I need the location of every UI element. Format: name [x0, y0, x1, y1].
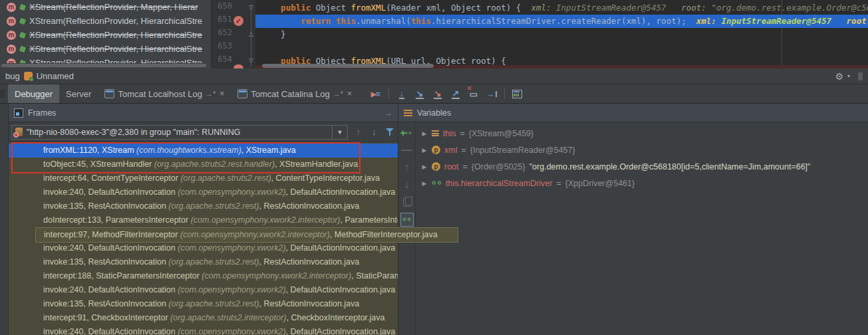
thread-selector[interactable]: "http-nio-8080-exec-3"@2,380 in group "m…	[11, 125, 348, 140]
filter-frames-icon[interactable]	[384, 126, 395, 139]
settings-gear-icon[interactable]: ⚙	[835, 72, 843, 81]
frame-package: (com.opensymphony.xwork2.interceptor)	[202, 271, 351, 280]
run-to-cursor-icon[interactable]: →I	[484, 86, 500, 101]
variable-row[interactable]: ▶this.hierarchicalStreamDriver={XppDrive…	[416, 175, 868, 191]
move-up-icon[interactable]: ↑	[400, 162, 414, 173]
constructor-list-item[interactable]: mXStream(ReflectionProvider, Mapper, Hie…	[0, 0, 211, 14]
visibility-icon	[19, 3, 26, 10]
value-icon	[432, 130, 439, 136]
close-icon[interactable]: ×	[347, 89, 352, 98]
frame-method: invoke:240, DefaultActionInvocation	[43, 243, 178, 253]
variables-title: Variables	[417, 108, 451, 118]
frame-package: (org.apache.struts2.rest)	[180, 173, 271, 183]
equals-sign: =	[461, 146, 466, 155]
tab-tomcat-localhost-log[interactable]: Tomcat Localhost Log→*×	[98, 84, 231, 103]
tab-suffix: →*	[206, 90, 216, 98]
previous-frame-icon[interactable]: ↑	[353, 126, 364, 139]
step-over-icon[interactable]: ↓	[394, 86, 410, 101]
frame-file: , DefaultActionInvocation.java	[286, 243, 396, 253]
drop-frame-icon[interactable]: ▭✕	[466, 86, 482, 101]
constructor-chooser-popup: mXStream(ReflectionProvider, Mapper, Hie…	[0, 0, 212, 63]
hide-window-icon-partial[interactable]	[858, 72, 863, 80]
console-icon	[237, 89, 247, 98]
variable-reference: {XppDriver@5461}	[565, 179, 635, 188]
frame-file: , DefaultActionInvocation.java	[286, 285, 396, 294]
tab-debugger[interactable]: Debugger	[8, 84, 59, 103]
console-icon	[104, 89, 114, 98]
stack-frame-row[interactable]: invoke:240, DefaultActionInvocation (com…	[9, 325, 398, 335]
tab-label: Tomcat Catalina Log	[251, 89, 330, 99]
close-icon[interactable]: ×	[219, 89, 224, 98]
variable-row[interactable]: ▶proot={Order@5025} "org.demo.rest.examp…	[416, 158, 868, 175]
expand-arrow-icon[interactable]: ▶	[421, 147, 428, 154]
editor-gutter: 650▽651✓652△653654▽	[208, 0, 255, 68]
expand-arrow-icon[interactable]: ▶	[421, 164, 428, 170]
constructor-list-item[interactable]: mXStream(ReflectionProvider, Hierarchica…	[0, 42, 211, 56]
stack-frame-row[interactable]: invoke:135, RestActionInvocation (org.ap…	[9, 255, 398, 269]
frame-package: (com.opensymphony.xwork2)	[178, 187, 285, 197]
debugger-content: Frames → "http-nio-8080-exec-3"@2,380 in…	[0, 104, 868, 335]
expand-arrow-icon[interactable]: ▶	[421, 180, 428, 187]
fold-marker[interactable]: ▽	[246, 55, 256, 68]
force-step-into-icon[interactable]: ↘	[430, 86, 446, 101]
show-execution-point-icon[interactable]: ▶≡	[368, 86, 384, 101]
step-into-icon[interactable]: ↘	[412, 86, 428, 101]
constructor-list-item[interactable]: mXStream(ReflectionProvider, Hierarchica…	[0, 56, 211, 63]
expand-arrow-icon[interactable]: ▶	[421, 130, 428, 137]
tab-label: Tomcat Localhost Log	[118, 89, 202, 99]
code-line[interactable]: public Object fromXML(Reader xml, Object…	[257, 1, 868, 15]
variable-name: root	[444, 162, 459, 171]
stack-frame-row[interactable]: toObject:45, XStreamHandler (org.apache.…	[9, 158, 398, 171]
fold-marker[interactable]: ▽	[246, 1, 256, 15]
constructor-list-item[interactable]: mXStream(ReflectionProvider, Hierarchica…	[0, 28, 211, 42]
layout-menu-icon[interactable]	[404, 110, 412, 116]
duplicate-icon[interactable]	[400, 197, 414, 207]
dropdown-arrow-icon[interactable]: ▼	[332, 126, 347, 139]
stack-frame-row[interactable]: invoke:240, DefaultActionInvocation (com…	[9, 185, 398, 199]
show-watches-icon[interactable]	[400, 214, 414, 225]
stack-frame-row[interactable]: intercept:188, StaticParametersIntercept…	[9, 269, 398, 283]
variables-header: Variables	[398, 104, 868, 122]
variable-row[interactable]: ▶pxml={InputStreamReader@5457}	[416, 142, 868, 158]
tab-label: Debugger	[15, 89, 53, 99]
constructor-list-item[interactable]: mXStream(ReflectionProvider, Hierarchica…	[0, 14, 211, 28]
parameter-icon: p	[432, 162, 440, 171]
stack-frame-row[interactable]: invoke:135, RestActionInvocation (org.ap…	[9, 297, 398, 311]
code-editor[interactable]: 650▽651✓652△653654▽ public Object fromXM…	[0, 0, 868, 68]
popup-scrollbar-thumb[interactable]	[1, 64, 206, 67]
stack-frame-row[interactable]: intercept:64, ContentTypeInterceptor (or…	[9, 171, 398, 185]
evaluate-expression-icon[interactable]	[509, 86, 525, 101]
stack-frame-row[interactable]: doIntercept:133, ParametersInterceptor (…	[9, 213, 398, 227]
editor-horizontal-scrollbar[interactable]	[262, 64, 434, 68]
variable-row[interactable]: ▶this={XStream@5459}	[416, 125, 868, 142]
move-down-icon[interactable]: ↓	[400, 179, 414, 190]
stack-frame-row[interactable]: invoke:135, RestActionInvocation (org.ap…	[9, 199, 398, 213]
frame-file: , ContentTypeInterceptor.java	[271, 173, 380, 183]
stack-frame-row[interactable]: fromXML:1120, XStream (com.thoughtworks.…	[9, 144, 398, 158]
code-text-area[interactable]: public Object fromXML(Reader xml, Object…	[257, 0, 868, 68]
stack-frame-row[interactable]: invoke:240, DefaultActionInvocation (com…	[9, 283, 398, 297]
code-line[interactable]	[257, 41, 868, 55]
tab-tomcat-catalina-log[interactable]: Tomcat Catalina Log→*×	[231, 84, 359, 103]
frame-file: , XStream.java	[241, 146, 296, 155]
popup-scrollbar[interactable]	[0, 63, 211, 68]
add-watch-icon[interactable]: +	[400, 128, 414, 138]
frame-file: , CheckboxInterceptor.java	[286, 313, 384, 322]
code-line[interactable]: }	[257, 28, 868, 41]
line-number: 650	[208, 1, 232, 15]
tab-server[interactable]: Server	[59, 84, 98, 103]
code-line[interactable]: return this.unmarshal(this.hierarchicalS…	[257, 15, 868, 28]
float-panel-icon[interactable]: →	[384, 108, 392, 118]
stack-frame-row[interactable]: invoke:240, DefaultActionInvocation (com…	[9, 241, 398, 255]
frame-file: , RestActionInvocation.java	[259, 257, 359, 267]
visibility-icon	[19, 31, 26, 38]
remove-watch-icon[interactable]: —	[400, 145, 414, 156]
next-frame-icon[interactable]: ↓	[369, 126, 380, 139]
stack-frame-row[interactable]: intercept:91, CheckboxInterceptor (org.a…	[9, 311, 398, 325]
breakpoint-icon[interactable]: ✓	[233, 16, 243, 26]
step-out-icon[interactable]: ↗	[448, 86, 464, 101]
frame-method: intercept:64, ContentTypeInterceptor	[43, 173, 180, 183]
line-number: 653	[208, 41, 232, 55]
fold-marker[interactable]: △	[246, 28, 256, 41]
breakpoint-icon-partial[interactable]	[233, 64, 243, 68]
